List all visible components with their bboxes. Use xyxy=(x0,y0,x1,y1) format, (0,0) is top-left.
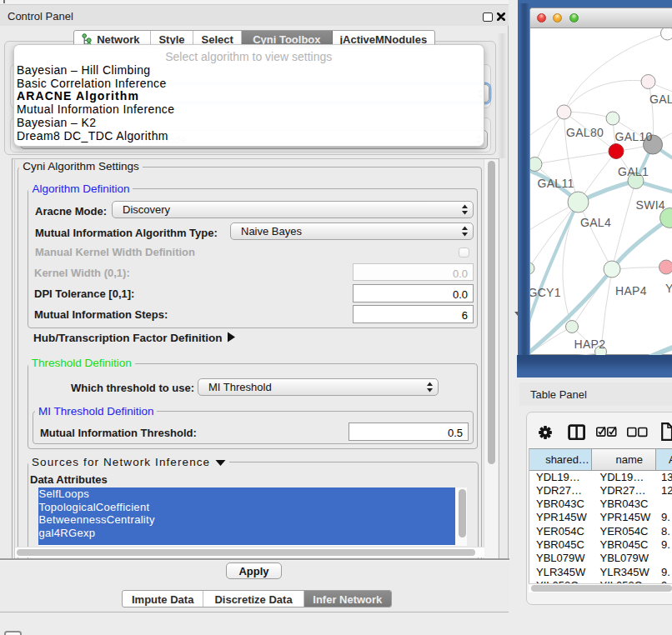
which-threshold-combobox[interactable]: MI Threshold xyxy=(198,378,439,397)
combo-arrows-icon xyxy=(461,226,469,237)
mi-threshold-field[interactable]: 0.5 xyxy=(349,422,469,441)
network-edge-thick[interactable] xyxy=(642,347,672,355)
column-header-0[interactable]: shared… xyxy=(529,449,592,471)
table-row[interactable]: YDR27…YDR27…12 xyxy=(529,484,672,498)
dropdown-item[interactable]: ARACNE Algorithm xyxy=(17,90,486,103)
control-panel-title: Control Panel xyxy=(8,10,73,22)
mi-steps-label: Mutual Information Steps: xyxy=(34,308,168,321)
table-row[interactable]: YDL19…YDL19…13 xyxy=(529,471,672,484)
dropdown-placeholder: Select algorithm to view settings xyxy=(14,50,484,63)
float-icon[interactable] xyxy=(483,12,493,22)
node-table[interactable]: shared…nameAYDL19…YDL19…13YDR27…YDR27…12… xyxy=(529,448,672,584)
apply-button[interactable]: Apply xyxy=(226,562,282,579)
network-node-GAL10[interactable] xyxy=(606,112,619,125)
gear-icon[interactable] xyxy=(539,426,552,439)
select-all-icon[interactable] xyxy=(596,426,618,437)
network-node-GAL4[interactable] xyxy=(568,192,589,212)
dropdown-item[interactable]: Bayesian – Hill Climbing xyxy=(17,64,486,78)
network-edge[interactable] xyxy=(579,202,613,269)
viewport-left-border xyxy=(12,158,13,558)
dropdown-item[interactable]: Bayesian – K2 xyxy=(17,117,486,130)
mi-threshold-label: Mutual Information Threshold: xyxy=(40,427,197,439)
kernel-width-field[interactable]: 0.0 xyxy=(353,263,474,281)
dpi-tolerance-field[interactable]: 0.0 xyxy=(353,284,474,302)
network-node-GAL80[interactable] xyxy=(557,105,571,119)
network-node-Y-node[interactable] xyxy=(659,260,672,274)
table-row[interactable]: YBL079WYBL079W xyxy=(529,552,672,565)
table-cell: YDR27… xyxy=(536,484,582,498)
table-row[interactable]: YLR345WYLR345W9. xyxy=(529,566,672,579)
column-header-1[interactable]: name xyxy=(592,449,657,471)
tab-impute-data[interactable]: Impute Data xyxy=(123,591,203,607)
table-row[interactable]: YBR043CYBR043C xyxy=(529,498,672,511)
which-threshold-value: MI Threshold xyxy=(198,381,426,393)
tab-infer-network[interactable]: Infer Network xyxy=(304,591,391,607)
column-header-2[interactable]: A xyxy=(656,449,672,471)
mi-type-combobox[interactable]: Naive Bayes xyxy=(230,222,474,240)
attribute-item[interactable]: BetweennessCentrality xyxy=(38,513,455,527)
table-cell: YBR045C xyxy=(536,538,584,552)
node-label-GAL4: GAL4 xyxy=(580,216,611,229)
control-panel-titlebar xyxy=(0,5,509,26)
settings-scrollbar-thumb[interactable] xyxy=(488,161,495,464)
window-shadow-bottom xyxy=(517,355,672,378)
table-cell: YPR145W xyxy=(536,511,587,524)
network-graph[interactable]: GAL7GAL80GAL10GAL1GAL11SWI4GAL4GCY1HAP4Y… xyxy=(530,28,672,355)
network-edge[interactable] xyxy=(535,151,617,164)
table-cell: YDL19… xyxy=(536,471,580,484)
dropdown-item[interactable]: Basic Correlation Inference xyxy=(17,78,486,91)
settings-hscrollbar-thumb[interactable] xyxy=(17,549,475,557)
dropdown-item[interactable]: Mutual Information Inference xyxy=(17,103,486,117)
node-label-GAL80: GAL80 xyxy=(566,125,604,138)
network-node-HAP2[interactable] xyxy=(566,320,579,332)
node-label-GAL11: GAL11 xyxy=(538,176,574,189)
tab-discretize-data[interactable]: Discretize Data xyxy=(203,591,303,607)
network-node-GCY1[interactable] xyxy=(530,262,534,274)
bottom-left-window-icon[interactable] xyxy=(4,631,22,635)
dpi-tolerance-label: DPI Tolerance [0,1]: xyxy=(34,288,134,300)
split-columns-icon[interactable] xyxy=(568,424,585,440)
network-edge[interactable] xyxy=(564,80,649,112)
network-edge[interactable] xyxy=(535,112,564,164)
network-node-top-partial[interactable] xyxy=(661,28,672,40)
collapse-down-icon[interactable] xyxy=(215,459,226,467)
mi-steps-field[interactable]: 6 xyxy=(353,305,474,323)
viewport-left-border-inner xyxy=(14,158,15,558)
manual-kernel-label: Manual Kernel Width Definition xyxy=(35,246,195,258)
table-cell: YBL079W xyxy=(600,552,649,565)
attribute-item[interactable]: gal4RGexp xyxy=(38,527,455,540)
network-node-GAL1[interactable] xyxy=(609,143,624,158)
attribute-item[interactable]: TopologicalCoefficient xyxy=(38,501,455,514)
split-divider[interactable] xyxy=(509,0,518,635)
expand-right-icon[interactable] xyxy=(227,332,236,342)
deselect-all-icon[interactable] xyxy=(627,427,649,438)
zoom-light[interactable] xyxy=(569,13,579,22)
combo-arrows-icon xyxy=(426,382,434,392)
mi-type-value: Naive Bayes xyxy=(231,225,461,238)
cyni-algorithm-settings-title: Cyni Algorithm Settings xyxy=(19,160,143,172)
network-node-GAL7[interactable] xyxy=(641,74,655,88)
node-label-GAL7: GAL7 xyxy=(649,92,672,106)
network-edge[interactable] xyxy=(530,353,594,355)
manual-kernel-checkbox[interactable] xyxy=(459,248,469,258)
network-node-HAP4[interactable] xyxy=(604,261,620,278)
close-light[interactable] xyxy=(537,13,546,22)
attributes-scrollbar-thumb[interactable] xyxy=(459,489,466,538)
table-cell: 12 xyxy=(661,484,672,498)
table-hscrollbar-thumb[interactable] xyxy=(531,585,672,592)
network-node-GAL11[interactable] xyxy=(530,157,542,171)
dropdown-item[interactable]: Dream8 DC_TDC Algorithm xyxy=(17,130,486,143)
table-row[interactable]: YPR145WYPR145W9. xyxy=(529,511,672,524)
table-row[interactable]: YBR045CYBR045C9. xyxy=(529,538,672,552)
aracne-mode-combobox[interactable]: Discovery xyxy=(112,201,474,218)
node-label-GAL10: GAL10 xyxy=(615,129,653,142)
table-cell: YBL079W xyxy=(536,552,585,565)
attribute-item[interactable]: SelfLoops xyxy=(38,488,455,501)
document-icon[interactable] xyxy=(661,422,672,441)
table-row[interactable]: YER054CYER054C8. xyxy=(529,525,672,538)
close-icon[interactable] xyxy=(497,12,505,21)
data-attributes-list[interactable]: SelfLoopsTopologicalCoefficientBetweenne… xyxy=(38,488,468,546)
window-shadow-left xyxy=(518,3,529,364)
network-window-titlebar[interactable] xyxy=(530,8,672,28)
table-cell: YLR345W xyxy=(536,566,585,579)
